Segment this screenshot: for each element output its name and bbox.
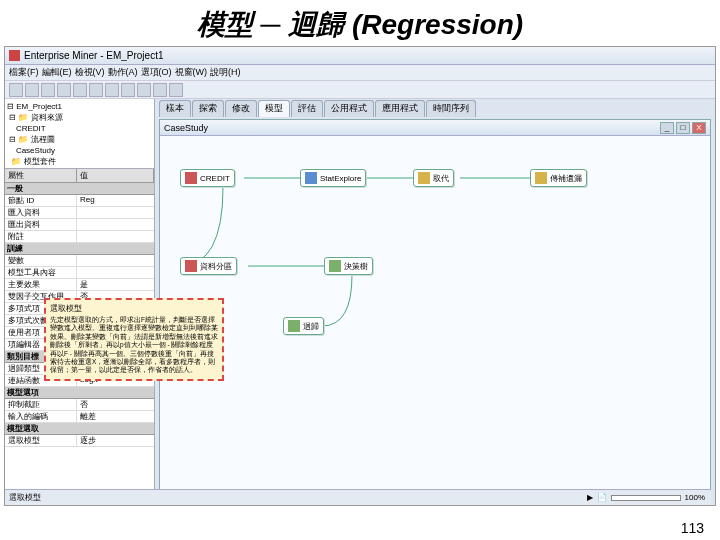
tab-explore[interactable]: 探索 <box>192 100 224 117</box>
datasource-icon <box>185 172 197 184</box>
toolbar-button[interactable] <box>105 83 119 97</box>
toolbar-button[interactable] <box>89 83 103 97</box>
tab-apps[interactable]: 應用程式 <box>375 100 425 117</box>
menu-action[interactable]: 動作(A) <box>108 66 138 79</box>
replace-icon <box>418 172 430 184</box>
partition-icon <box>185 260 197 272</box>
impute-icon <box>535 172 547 184</box>
titlebar: Enterprise Miner - EM_Project1 <box>5 47 715 65</box>
toolbar-button[interactable] <box>73 83 87 97</box>
diagram-titlebar: CaseStudy _ □ X <box>160 120 710 136</box>
project-tree[interactable]: ⊟ EM_Project1 ⊟ 📁 資料來源 CREDIT ⊟ 📁 流程圖 Ca… <box>5 99 154 169</box>
maximize-button[interactable]: □ <box>676 122 690 134</box>
prop-row[interactable]: 模型工具內容 <box>5 267 154 279</box>
prop-row[interactable]: 輸入的編碼離差 <box>5 411 154 423</box>
toolbar-button[interactable] <box>137 83 151 97</box>
menu-options[interactable]: 選項(O) <box>141 66 172 79</box>
diagram-window: CaseStudy _ □ X <box>159 119 711 503</box>
slide-title: 模型 ─ 迴歸 (Regression) <box>0 0 720 48</box>
callout-body: 先定模型選取的方式，即求出F統計量，判斷是否選擇變數進入模型。重複進行選擇逐變數… <box>50 316 218 375</box>
section-model-selection: 模型選取 <box>5 423 154 435</box>
node-tabs: 樣本 探索 修改 模型 評估 公用程式 應用程式 時間序列 <box>155 99 715 117</box>
menubar: 檔案(F) 編輯(E) 檢視(V) 動作(A) 選項(O) 視窗(W) 說明(H… <box>5 65 715 81</box>
zoom-value: 100% <box>685 493 705 502</box>
toolbar-button[interactable] <box>41 83 55 97</box>
prop-row[interactable]: 匯出資料 <box>5 219 154 231</box>
tree-item-selected[interactable]: CaseStudy <box>7 145 152 156</box>
node-statexplore[interactable]: StatExplore <box>300 169 366 187</box>
prop-row[interactable]: 抑制截距否 <box>5 399 154 411</box>
page-number: 113 <box>681 520 704 536</box>
toolbar-button[interactable] <box>25 83 39 97</box>
diagram-title: CaseStudy <box>164 123 208 133</box>
prop-row[interactable]: 選取模型逐步 <box>5 435 154 447</box>
left-bottom-bar: 選取模型 <box>5 489 159 505</box>
right-panel: 樣本 探索 修改 模型 評估 公用程式 應用程式 時間序列 CaseStudy … <box>155 99 715 505</box>
app-icon <box>9 50 20 61</box>
log-icon[interactable]: 📄 <box>597 493 607 502</box>
tab-assess[interactable]: 評估 <box>291 100 323 117</box>
tree-item[interactable]: ⊟ 📁 資料來源 <box>7 112 152 123</box>
toolbar-button[interactable] <box>121 83 135 97</box>
section-train: 訓練 <box>5 243 154 255</box>
tree-icon <box>329 260 341 272</box>
explore-icon <box>305 172 317 184</box>
flow-connectors <box>160 136 710 502</box>
flow-canvas[interactable]: CREDIT StatExplore 取代 傳補遺漏 資料分區 決策樹 迴歸 <box>160 136 710 502</box>
callout-title: 選取模型 <box>50 304 218 314</box>
tree-item[interactable]: CREDIT <box>7 123 152 134</box>
tab-sample[interactable]: 樣本 <box>159 100 191 117</box>
node-tree[interactable]: 決策樹 <box>324 257 373 275</box>
toolbar <box>5 81 715 99</box>
menu-window[interactable]: 視窗(W) <box>175 66 208 79</box>
tab-model[interactable]: 模型 <box>258 100 290 117</box>
app-window: Enterprise Miner - EM_Project1 檔案(F) 編輯(… <box>4 46 716 506</box>
menu-edit[interactable]: 編輯(E) <box>42 66 72 79</box>
run-icon[interactable]: ▶ <box>587 493 593 502</box>
node-impute[interactable]: 傳補遺漏 <box>530 169 587 187</box>
status-bar: ▶ 📄 100% <box>159 489 711 505</box>
prop-row[interactable]: 主要效果是 <box>5 279 154 291</box>
toolbar-button[interactable] <box>153 83 167 97</box>
prop-row[interactable]: 節點 IDReg <box>5 195 154 207</box>
regression-icon <box>288 320 300 332</box>
node-partition[interactable]: 資料分區 <box>180 257 237 275</box>
tree-item[interactable]: 📁 模型套件 <box>7 156 152 167</box>
section-model-options: 模型選項 <box>5 387 154 399</box>
prop-row[interactable]: 變數 <box>5 255 154 267</box>
prop-row[interactable]: 匯入資料 <box>5 207 154 219</box>
node-regression[interactable]: 迴歸 <box>283 317 324 335</box>
tab-modify[interactable]: 修改 <box>225 100 257 117</box>
window-title: Enterprise Miner - EM_Project1 <box>24 50 164 61</box>
col-property: 屬性 <box>5 169 77 182</box>
toolbar-button[interactable] <box>57 83 71 97</box>
annotation-callout: 選取模型 先定模型選取的方式，即求出F統計量，判斷是否選擇變數進入模型。重複進行… <box>44 298 224 381</box>
menu-help[interactable]: 說明(H) <box>210 66 241 79</box>
prop-row[interactable]: 附註 <box>5 231 154 243</box>
zoom-slider[interactable] <box>611 495 681 501</box>
bottom-label: 選取模型 <box>9 492 41 503</box>
menu-view[interactable]: 檢視(V) <box>75 66 105 79</box>
tree-root[interactable]: ⊟ EM_Project1 <box>7 101 152 112</box>
tree-item[interactable]: ⊟ 📁 流程圖 <box>7 134 152 145</box>
properties-header: 屬性 值 <box>5 169 154 183</box>
tab-utility[interactable]: 公用程式 <box>324 100 374 117</box>
menu-file[interactable]: 檔案(F) <box>9 66 39 79</box>
minimize-button[interactable]: _ <box>660 122 674 134</box>
toolbar-button[interactable] <box>169 83 183 97</box>
window-controls: _ □ X <box>660 122 706 134</box>
col-value: 值 <box>77 169 154 182</box>
tab-timeseries[interactable]: 時間序列 <box>426 100 476 117</box>
node-replace[interactable]: 取代 <box>413 169 454 187</box>
toolbar-button[interactable] <box>9 83 23 97</box>
section-general: 一般 <box>5 183 154 195</box>
close-button[interactable]: X <box>692 122 706 134</box>
node-credit[interactable]: CREDIT <box>180 169 235 187</box>
